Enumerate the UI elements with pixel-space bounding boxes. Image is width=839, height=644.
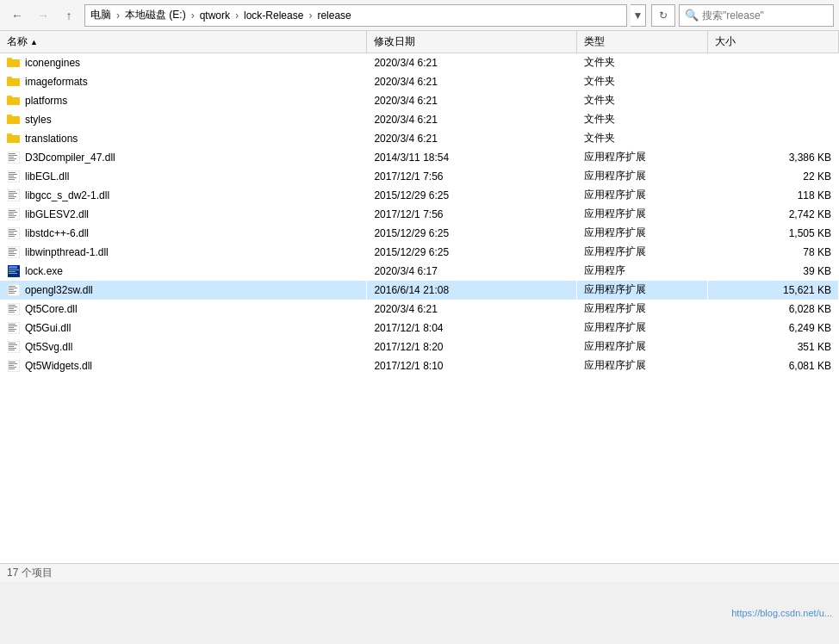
cell-name: opengl32sw.dll [0,281,367,300]
svg-rect-35 [9,212,17,213]
cell-size: 1,505 KB [707,224,838,243]
svg-rect-23 [9,174,17,175]
up-button[interactable]: ↑ [57,3,81,28]
dll-icon [7,226,21,240]
cell-size [707,91,838,110]
svg-rect-82 [9,363,17,364]
file-name-label: libwinpthread-1.dll [25,246,109,258]
cell-type: 文件夹 [576,91,707,110]
svg-rect-18 [9,157,14,158]
file-name-label: lock.exe [25,265,63,277]
file-name-label: opengl32sw.dll [25,284,93,296]
cell-name: Qt5Widgets.dll [0,356,367,375]
breadcrumb-path[interactable]: 电脑 › 本地磁盘 (E:) › qtwork › lock-Release ›… [84,4,627,27]
folder-icon [7,113,21,127]
table-row[interactable]: opengl32sw.dll 2016/6/14 21:08 应用程序扩展 15… [0,281,839,300]
cell-type: 文件夹 [576,53,707,72]
table-row[interactable]: D3Dcompiler_47.dll 2014/3/11 18:54 应用程序扩… [0,148,839,167]
dll-icon [7,151,21,164]
folder-icon [7,94,21,108]
table-row[interactable]: platforms 2020/3/4 6:21 文件夹 [0,91,839,110]
table-row[interactable]: libwinpthread-1.dll 2015/12/29 6:25 应用程序… [0,243,839,262]
cell-date: 2017/12/1 8:04 [367,319,576,337]
breadcrumb-qtwork[interactable]: qtwork [200,9,230,22]
main-content: 名称 ▲ 修改日期 类型 大小 [0,31,839,563]
col-header-date[interactable]: 修改日期 [367,31,576,53]
cell-type: 应用程序扩展 [576,337,707,356]
svg-rect-71 [9,327,14,328]
cell-type: 应用程序扩展 [576,167,707,186]
refresh-button[interactable]: ↻ [651,4,675,27]
file-name-label: styles [25,114,52,126]
breadcrumb-lock-release[interactable]: lock-Release [244,9,303,22]
file-name-label: Qt5Core.dll [25,303,78,315]
cell-date: 2015/12/29 6:25 [367,243,576,262]
cell-size: 2,742 KB [707,205,838,224]
dll-icon [7,170,21,183]
search-input[interactable] [702,9,828,22]
cell-date: 2020/3/4 6:17 [367,262,576,281]
svg-rect-20 [9,160,15,161]
svg-rect-75 [9,343,16,344]
col-header-size[interactable]: 大小 [707,31,838,53]
svg-rect-58 [9,288,17,288]
col-header-type[interactable]: 类型 [576,31,707,53]
cell-size: 118 KB [707,186,838,205]
forward-button[interactable]: → [31,3,55,28]
cell-type: 应用程序扩展 [576,243,707,262]
file-list-container[interactable]: 名称 ▲ 修改日期 类型 大小 [0,31,839,563]
table-row[interactable]: imageformats 2020/3/4 6:21 文件夹 [0,72,839,91]
table-row[interactable]: libGLESV2.dll 2017/12/1 7:56 应用程序扩展 2,74… [0,205,839,224]
table-row[interactable]: Qt5Core.dll 2020/3/4 6:21 应用程序扩展 6,028 K… [0,300,839,319]
cell-type: 文件夹 [576,110,707,129]
svg-rect-76 [9,344,17,345]
cell-type: 应用程序扩展 [576,300,707,319]
table-row[interactable]: styles 2020/3/4 6:21 文件夹 [0,110,839,129]
table-row[interactable]: libEGL.dll 2017/12/1 7:56 应用程序扩展 22 KB [0,167,839,186]
search-box[interactable]: 🔍 [679,4,834,27]
cell-name: libgcc_s_dw2-1.dll [0,186,367,205]
cell-type: 应用程序扩展 [576,281,707,300]
cell-name: styles [0,110,367,129]
svg-rect-73 [9,331,15,331]
cell-date: 2020/3/4 6:21 [367,72,576,91]
table-row[interactable]: libgcc_s_dw2-1.dll 2015/12/29 6:25 应用程序扩… [0,186,839,205]
svg-rect-36 [9,214,14,214]
table-row[interactable]: iconengines 2020/3/4 6:21 文件夹 [0,53,839,72]
svg-rect-81 [9,362,16,362]
breadcrumb-dropdown[interactable]: ▼ [631,4,646,27]
breadcrumb-release[interactable]: release [317,9,351,22]
table-row[interactable]: Qt5Widgets.dll 2017/12/1 8:10 应用程序扩展 6,0… [0,356,839,375]
dll-icon [7,359,21,373]
breadcrumb-drive[interactable]: 本地磁盘 (E:) [125,8,186,22]
breadcrumb-computer[interactable]: 电脑 [90,8,111,22]
svg-rect-40 [9,229,16,230]
cell-name: D3Dcompiler_47.dll [0,148,367,167]
svg-rect-77 [9,346,14,347]
file-name-label: libEGL.dll [25,170,69,183]
table-row[interactable]: Qt5Svg.dll 2017/12/1 8:20 应用程序扩展 351 KB [0,337,839,356]
svg-rect-79 [9,350,15,350]
svg-rect-61 [9,293,15,294]
table-row[interactable]: Qt5Gui.dll 2017/12/1 8:04 应用程序扩展 6,249 K… [0,319,839,337]
cell-size: 6,081 KB [707,356,838,375]
col-header-name[interactable]: 名称 ▲ [0,31,367,53]
svg-rect-25 [9,177,16,178]
svg-rect-43 [9,234,16,235]
cell-date: 2020/3/4 6:21 [367,110,576,129]
svg-rect-14 [7,135,20,143]
cell-size [707,110,838,129]
svg-rect-5 [7,78,20,86]
back-button[interactable]: ← [5,3,29,28]
svg-rect-65 [9,308,14,309]
table-row[interactable]: lock.exe 2020/3/4 6:17 应用程序 39 KB [0,262,839,281]
svg-rect-59 [9,289,14,290]
cell-type: 应用程序扩展 [576,186,707,205]
svg-rect-63 [9,305,16,306]
svg-rect-64 [9,307,17,307]
cell-name: libEGL.dll [0,167,367,186]
table-row[interactable]: translations 2020/3/4 6:21 文件夹 [0,129,839,148]
sep1: › [116,9,120,22]
table-row[interactable]: libstdc++-6.dll 2015/12/29 6:25 应用程序扩展 1… [0,224,839,243]
svg-rect-57 [9,286,16,287]
